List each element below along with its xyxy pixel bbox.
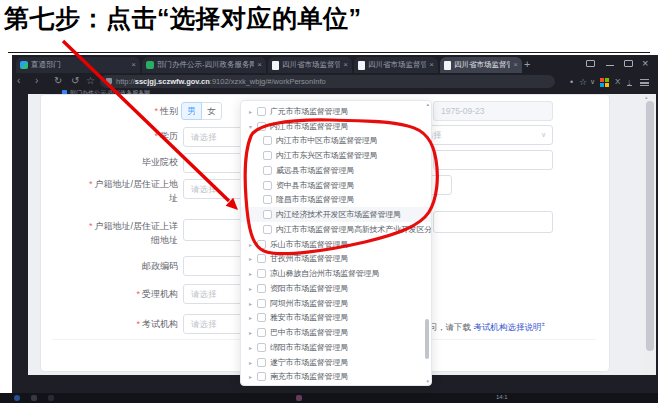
- browser-tab[interactable]: 部门办件公示-四川政务服务网 ×: [142, 57, 266, 73]
- taskbar-app-icon[interactable]: [296, 395, 302, 401]
- right-column-input[interactable]: [433, 211, 553, 233]
- snapshot-tool-icon[interactable]: X: [615, 76, 620, 88]
- restore-button[interactable]: [624, 60, 633, 67]
- dropdown-option[interactable]: ▸凉山彝族自治州市场监督管理局: [241, 266, 431, 281]
- checkbox[interactable]: [257, 269, 266, 278]
- checkbox[interactable]: [257, 254, 266, 263]
- download-link-icon: ±: [541, 321, 544, 327]
- dropdown-option[interactable]: ▸南充市市场监督管理局: [241, 370, 431, 385]
- checkbox[interactable]: [257, 343, 266, 352]
- page-scrollbar-thumb[interactable]: [646, 101, 654, 351]
- caret-right-icon[interactable]: ▸: [249, 285, 257, 292]
- minimize-button[interactable]: [606, 65, 614, 66]
- checkbox[interactable]: [257, 328, 266, 337]
- caret-right-icon[interactable]: ▸: [249, 344, 257, 351]
- bookmark-star-icon[interactable]: ☆: [579, 76, 587, 88]
- checkbox[interactable]: [263, 195, 272, 204]
- dropdown-option[interactable]: 内江市市场监督管理局高新技术产业开发区分局: [241, 222, 431, 237]
- school-label: 毕业院校: [58, 156, 178, 168]
- dropdown-option[interactable]: 隆昌市市场监督管理局: [241, 193, 431, 208]
- caret-right-icon[interactable]: ▸: [249, 373, 257, 380]
- caret-right-icon[interactable]: ▸: [249, 108, 257, 115]
- browser-tab[interactable]: 四川省市场监督管理局网上办 ×: [354, 57, 438, 73]
- tab-title: 直通部门: [31, 60, 128, 70]
- checkbox[interactable]: [257, 313, 266, 322]
- caret-right-icon[interactable]: ▸: [249, 270, 257, 277]
- checkbox[interactable]: [263, 225, 272, 234]
- checkbox[interactable]: [257, 122, 266, 131]
- checkbox[interactable]: [257, 240, 266, 249]
- tab-tray-icon[interactable]: [586, 60, 595, 67]
- gender-male-button[interactable]: 男: [181, 102, 202, 120]
- panel-scroll-down-icon[interactable]: ▾: [426, 379, 429, 384]
- checkbox[interactable]: [263, 136, 272, 145]
- gender-female-button[interactable]: 女: [201, 102, 222, 120]
- refresh-button[interactable]: ↻: [54, 74, 62, 88]
- extension-icon[interactable]: •: [570, 76, 573, 88]
- caret-right-icon[interactable]: ▸: [249, 314, 257, 321]
- panel-scroll-up-icon[interactable]: ▴: [426, 102, 429, 107]
- dropdown-option[interactable]: ▸资阳市市场监督管理局: [241, 281, 431, 296]
- dropdown-option[interactable]: ▸巴中市市场监督管理局: [241, 325, 431, 340]
- new-tab-button[interactable]: +: [524, 58, 530, 70]
- caret-right-icon[interactable]: ▸: [249, 300, 257, 307]
- tab-close-icon[interactable]: ×: [257, 57, 262, 73]
- caret-right-icon[interactable]: ▸: [249, 329, 257, 336]
- tab-close-icon[interactable]: ×: [131, 57, 136, 73]
- panel-scrollbar-thumb[interactable]: [425, 319, 429, 359]
- undo-button[interactable]: ↺: [71, 74, 79, 88]
- dropdown-option[interactable]: 内江市东兴区市场监督管理局: [241, 148, 431, 163]
- dropdown-option[interactable]: ▸绵阳市市场监督管理局: [241, 340, 431, 355]
- checkbox[interactable]: [257, 358, 266, 367]
- dropdown-option[interactable]: 内江市市中区市场监督管理局: [241, 134, 431, 149]
- taskbar-app-icon[interactable]: [14, 395, 20, 401]
- tab-close-icon[interactable]: ×: [343, 57, 348, 73]
- residence-detail-label-line2: 细地址: [58, 234, 178, 246]
- tab-title: 四川省市场监督管理局网上办: [454, 60, 510, 70]
- taskbar-app-icon[interactable]: [31, 395, 37, 401]
- close-window-button[interactable]: ×: [642, 58, 648, 68]
- browser-tab-active[interactable]: 四川省市场监督管理局网上办 ×: [440, 57, 522, 73]
- address-bar[interactable]: http://sscjgj.sczwfw.gov.cn:9102/xzxk_wb…: [100, 75, 555, 88]
- checkbox[interactable]: [257, 107, 266, 116]
- dropdown-option[interactable]: ▸甘孜州市场监督管理局: [241, 252, 431, 267]
- dropdown-option[interactable]: ▸广元市市场监督管理局: [241, 104, 431, 119]
- browser-tab[interactable]: 直通部门 ×: [16, 57, 140, 73]
- checkbox[interactable]: [263, 166, 272, 175]
- page-icon: [444, 61, 451, 70]
- caret-right-icon[interactable]: ▸: [249, 359, 257, 366]
- dropdown-option[interactable]: ▸阿坝州市场监督管理局: [241, 296, 431, 311]
- chevron-down-icon: ∨: [541, 126, 546, 144]
- taskbar-app-icon[interactable]: [48, 395, 54, 401]
- dropdown-option-hovered[interactable]: 内江经济技术开发区市场监督管理局: [241, 207, 431, 222]
- caret-right-icon[interactable]: ▸: [249, 241, 257, 248]
- page-icon: [358, 61, 365, 70]
- checkbox[interactable]: [263, 151, 272, 160]
- chevron-down-icon[interactable]: ∨: [590, 76, 595, 88]
- checkbox[interactable]: [263, 181, 272, 190]
- checkbox[interactable]: [257, 284, 266, 293]
- exam-org-guide-link[interactable]: 考试机构选择说明: [473, 322, 541, 332]
- checkbox[interactable]: [263, 210, 272, 219]
- right-column-input[interactable]: [433, 150, 553, 170]
- tab-close-icon[interactable]: ×: [513, 57, 518, 73]
- dropdown-option[interactable]: 威远县市场监督管理局: [241, 163, 431, 178]
- dropdown-option[interactable]: 资中县市场监督管理局: [241, 178, 431, 193]
- tab-close-icon[interactable]: ×: [429, 57, 434, 73]
- browser-tab[interactable]: 四川省市场监督管理局网上办 ×: [268, 57, 352, 73]
- checkbox[interactable]: [257, 372, 266, 381]
- caret-right-icon[interactable]: ▸: [249, 255, 257, 262]
- dropdown-option[interactable]: ▸乐山市市场监督管理局: [241, 237, 431, 252]
- apps-grid-icon[interactable]: [600, 78, 609, 87]
- title-underline: [8, 52, 650, 53]
- dropdown-option[interactable]: ▸遂宁市市场监督管理局: [241, 355, 431, 370]
- menu-icon[interactable]: [640, 79, 649, 86]
- dropdown-option[interactable]: ▾内江市市场监督管理局: [241, 119, 431, 134]
- download-icon[interactable]: ↓: [627, 76, 632, 86]
- back-button[interactable]: ‹: [17, 74, 20, 88]
- forward-button[interactable]: ›: [35, 74, 38, 88]
- favorites-star-icon[interactable]: ☆: [86, 74, 95, 88]
- caret-down-icon[interactable]: ▾: [249, 123, 257, 130]
- checkbox[interactable]: [257, 299, 266, 308]
- dropdown-option[interactable]: ▸雅安市市场监督管理局: [241, 311, 431, 326]
